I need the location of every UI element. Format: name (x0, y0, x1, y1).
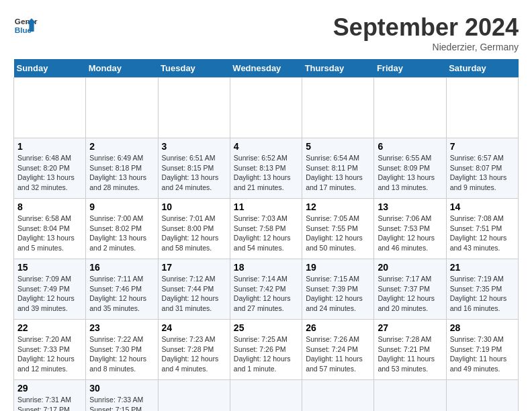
day-info: Sunrise: 7:12 AM Sunset: 7:44 PM Dayligh… (162, 274, 226, 314)
logo-icon: General Blue (13, 13, 38, 38)
day-number: 1 (17, 141, 82, 152)
day-info: Sunrise: 7:06 AM Sunset: 7:53 PM Dayligh… (378, 214, 442, 253)
calendar-week-row: 22Sunrise: 7:20 AM Sunset: 7:33 PM Dayli… (14, 320, 519, 380)
day-info: Sunrise: 6:57 AM Sunset: 8:07 PM Dayligh… (450, 153, 515, 193)
day-number: 27 (378, 322, 442, 333)
calendar-cell (230, 380, 302, 412)
calendar-cell (374, 78, 446, 138)
col-header-monday: Monday (86, 59, 158, 78)
day-number: 22 (17, 322, 82, 333)
day-info: Sunrise: 7:25 AM Sunset: 7:26 PM Dayligh… (234, 334, 298, 374)
calendar-cell: 21Sunrise: 7:19 AM Sunset: 7:35 PM Dayli… (446, 259, 518, 320)
day-number: 11 (234, 201, 298, 212)
calendar-cell: 2Sunrise: 6:49 AM Sunset: 8:18 PM Daylig… (86, 138, 158, 199)
calendar-cell: 7Sunrise: 6:57 AM Sunset: 8:07 PM Daylig… (446, 138, 518, 199)
calendar-cell: 14Sunrise: 7:08 AM Sunset: 7:51 PM Dayli… (446, 199, 518, 259)
day-info: Sunrise: 7:11 AM Sunset: 7:46 PM Dayligh… (89, 274, 154, 314)
day-number: 2 (89, 141, 154, 152)
calendar-cell: 15Sunrise: 7:09 AM Sunset: 7:49 PM Dayli… (14, 259, 86, 320)
calendar-cell: 28Sunrise: 7:30 AM Sunset: 7:19 PM Dayli… (446, 320, 518, 380)
day-info: Sunrise: 7:30 AM Sunset: 7:19 PM Dayligh… (450, 334, 515, 374)
location: Niederzier, Germany (333, 42, 519, 52)
calendar-cell (230, 78, 302, 138)
calendar-week-row: 29Sunrise: 7:31 AM Sunset: 7:17 PM Dayli… (14, 380, 519, 412)
day-number: 24 (162, 322, 226, 333)
calendar-cell: 18Sunrise: 7:14 AM Sunset: 7:42 PM Dayli… (230, 259, 302, 320)
day-info: Sunrise: 7:08 AM Sunset: 7:51 PM Dayligh… (450, 214, 515, 253)
calendar-cell: 6Sunrise: 6:55 AM Sunset: 8:09 PM Daylig… (374, 138, 446, 199)
calendar-cell: 29Sunrise: 7:31 AM Sunset: 7:17 PM Dayli… (14, 380, 86, 412)
day-info: Sunrise: 7:22 AM Sunset: 7:30 PM Dayligh… (89, 334, 154, 374)
header-row: SundayMondayTuesdayWednesdayThursdayFrid… (14, 59, 519, 78)
day-info: Sunrise: 7:19 AM Sunset: 7:35 PM Dayligh… (450, 274, 515, 314)
calendar-cell (158, 380, 230, 412)
calendar-cell: 12Sunrise: 7:05 AM Sunset: 7:55 PM Dayli… (302, 199, 374, 259)
day-number: 10 (162, 201, 226, 212)
day-info: Sunrise: 7:05 AM Sunset: 7:55 PM Dayligh… (306, 214, 370, 253)
day-info: Sunrise: 6:54 AM Sunset: 8:11 PM Dayligh… (306, 153, 370, 193)
calendar-cell (302, 380, 374, 412)
page-header: General Blue September 2024 Niederzier, … (13, 13, 519, 52)
calendar-cell (86, 78, 158, 138)
calendar-week-row (14, 78, 519, 138)
calendar-cell: 27Sunrise: 7:28 AM Sunset: 7:21 PM Dayli… (374, 320, 446, 380)
calendar-cell: 3Sunrise: 6:51 AM Sunset: 8:15 PM Daylig… (158, 138, 230, 199)
day-info: Sunrise: 6:48 AM Sunset: 8:20 PM Dayligh… (17, 153, 82, 193)
month-title: September 2024 (333, 13, 519, 42)
day-number: 30 (89, 383, 154, 394)
day-number: 3 (162, 141, 226, 152)
calendar-cell: 16Sunrise: 7:11 AM Sunset: 7:46 PM Dayli… (86, 259, 158, 320)
title-area: September 2024 Niederzier, Germany (333, 13, 519, 52)
col-header-thursday: Thursday (302, 59, 374, 78)
calendar-cell (14, 78, 86, 138)
calendar-cell: 30Sunrise: 7:33 AM Sunset: 7:15 PM Dayli… (86, 380, 158, 412)
day-info: Sunrise: 7:14 AM Sunset: 7:42 PM Dayligh… (234, 274, 298, 314)
day-number: 4 (234, 141, 298, 152)
day-number: 17 (162, 262, 226, 273)
day-info: Sunrise: 7:00 AM Sunset: 8:02 PM Dayligh… (89, 214, 154, 253)
col-header-tuesday: Tuesday (158, 59, 230, 78)
day-info: Sunrise: 7:28 AM Sunset: 7:21 PM Dayligh… (378, 334, 442, 374)
calendar-week-row: 15Sunrise: 7:09 AM Sunset: 7:49 PM Dayli… (14, 259, 519, 320)
day-info: Sunrise: 6:52 AM Sunset: 8:13 PM Dayligh… (234, 153, 298, 193)
day-number: 18 (234, 262, 298, 273)
day-number: 5 (306, 141, 370, 152)
calendar-cell (158, 78, 230, 138)
day-info: Sunrise: 6:51 AM Sunset: 8:15 PM Dayligh… (162, 153, 226, 193)
calendar-cell: 20Sunrise: 7:17 AM Sunset: 7:37 PM Dayli… (374, 259, 446, 320)
day-number: 21 (450, 262, 515, 273)
calendar-table: SundayMondayTuesdayWednesdayThursdayFrid… (13, 59, 519, 411)
day-info: Sunrise: 7:09 AM Sunset: 7:49 PM Dayligh… (17, 274, 82, 314)
calendar-week-row: 8Sunrise: 6:58 AM Sunset: 8:04 PM Daylig… (14, 199, 519, 259)
day-number: 7 (450, 141, 515, 152)
col-header-sunday: Sunday (14, 59, 86, 78)
day-info: Sunrise: 7:33 AM Sunset: 7:15 PM Dayligh… (89, 395, 154, 411)
day-number: 23 (89, 322, 154, 333)
calendar-cell: 10Sunrise: 7:01 AM Sunset: 8:00 PM Dayli… (158, 199, 230, 259)
day-info: Sunrise: 6:49 AM Sunset: 8:18 PM Dayligh… (89, 153, 154, 193)
day-number: 12 (306, 201, 370, 212)
day-info: Sunrise: 7:17 AM Sunset: 7:37 PM Dayligh… (378, 274, 442, 314)
day-info: Sunrise: 7:20 AM Sunset: 7:33 PM Dayligh… (17, 334, 82, 374)
calendar-cell: 1Sunrise: 6:48 AM Sunset: 8:20 PM Daylig… (14, 138, 86, 199)
calendar-cell: 5Sunrise: 6:54 AM Sunset: 8:11 PM Daylig… (302, 138, 374, 199)
day-number: 6 (378, 141, 442, 152)
calendar-cell (446, 380, 518, 412)
day-info: Sunrise: 7:23 AM Sunset: 7:28 PM Dayligh… (162, 334, 226, 374)
day-number: 13 (378, 201, 442, 212)
day-info: Sunrise: 6:55 AM Sunset: 8:09 PM Dayligh… (378, 153, 442, 193)
calendar-cell: 11Sunrise: 7:03 AM Sunset: 7:58 PM Dayli… (230, 199, 302, 259)
day-number: 28 (450, 322, 515, 333)
col-header-wednesday: Wednesday (230, 59, 302, 78)
day-number: 15 (17, 262, 82, 273)
day-number: 20 (378, 262, 442, 273)
calendar-cell: 22Sunrise: 7:20 AM Sunset: 7:33 PM Dayli… (14, 320, 86, 380)
calendar-cell: 19Sunrise: 7:15 AM Sunset: 7:39 PM Dayli… (302, 259, 374, 320)
day-info: Sunrise: 6:58 AM Sunset: 8:04 PM Dayligh… (17, 214, 82, 253)
day-number: 19 (306, 262, 370, 273)
col-header-saturday: Saturday (446, 59, 518, 78)
day-number: 8 (17, 201, 82, 212)
calendar-cell: 17Sunrise: 7:12 AM Sunset: 7:44 PM Dayli… (158, 259, 230, 320)
logo: General Blue (13, 13, 38, 38)
day-info: Sunrise: 7:26 AM Sunset: 7:24 PM Dayligh… (306, 334, 370, 374)
